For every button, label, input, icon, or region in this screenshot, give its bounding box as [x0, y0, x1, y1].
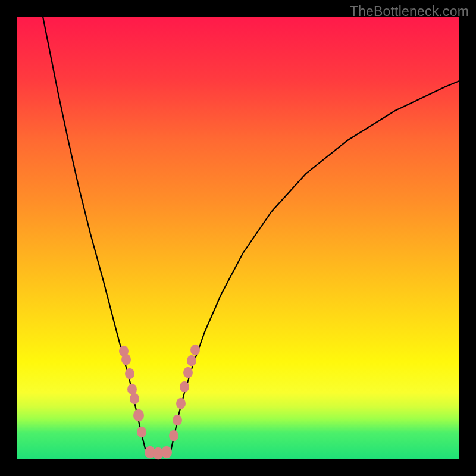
data-marker: [176, 398, 186, 409]
curve-right-path: [170, 81, 459, 453]
data-marker: [190, 345, 200, 355]
data-marker: [180, 381, 189, 392]
data-marker: [183, 367, 193, 378]
data-marker: [125, 368, 134, 379]
data-marker: [130, 393, 139, 404]
data-marker: [121, 354, 131, 365]
marker-group: [119, 345, 200, 460]
data-marker: [133, 409, 144, 422]
data-marker: [161, 446, 172, 459]
data-marker: [187, 355, 196, 366]
watermark-text: TheBottleneck.com: [350, 4, 469, 20]
data-marker: [169, 430, 178, 441]
curve-svg: [17, 17, 459, 459]
data-marker: [173, 415, 182, 425]
plot-area: [17, 17, 459, 459]
chart-frame: TheBottleneck.com: [0, 0, 476, 476]
data-marker: [137, 427, 146, 437]
data-marker: [127, 384, 137, 394]
